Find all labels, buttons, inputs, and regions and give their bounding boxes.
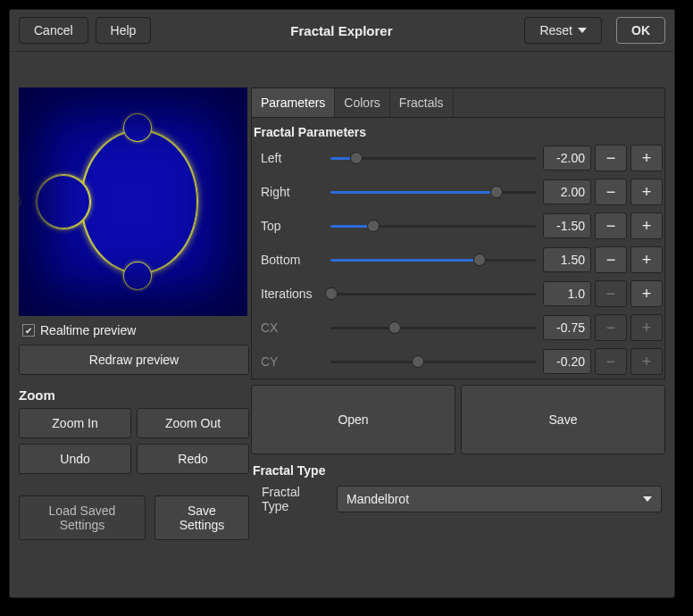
param-label-cx: CX <box>254 320 323 335</box>
param-decrement-cx: − <box>595 314 627 341</box>
open-preset-button[interactable]: Open <box>251 385 455 454</box>
fractal-preview[interactable] <box>19 87 247 316</box>
zoom-out-button[interactable]: Zoom Out <box>137 408 249 438</box>
param-label-top: Top <box>254 219 323 233</box>
param-increment-bottom[interactable]: + <box>630 246 663 273</box>
fractal-type-value: Mandelbrot <box>346 492 409 506</box>
param-decrement-top[interactable]: − <box>595 212 627 239</box>
param-decrement-cy: − <box>595 348 627 375</box>
titlebar: Cancel Help Fractal Explorer Reset OK <box>10 10 674 52</box>
param-slider-bottom[interactable] <box>327 251 539 269</box>
param-decrement-right[interactable]: − <box>595 179 627 205</box>
zoom-button-grid: Zoom In Zoom Out Undo Redo <box>19 408 249 474</box>
param-label-iterations: Iterations <box>254 287 323 301</box>
dialog-window: Cancel Help Fractal Explorer Reset OK ✔ … <box>9 9 675 598</box>
param-value-cy: -0.20 <box>543 349 591 374</box>
chevron-down-icon <box>578 28 587 33</box>
param-increment-cx: + <box>630 314 663 341</box>
param-increment-cy: + <box>630 348 663 375</box>
param-label-right: Right <box>254 185 323 199</box>
param-row-left: Left-2.00−+ <box>252 141 664 175</box>
param-row-iterations: Iterations1.0−+ <box>252 277 664 311</box>
fractal-type-row: Fractal Type Mandelbrot <box>251 479 665 522</box>
save-settings-button[interactable]: Save Settings <box>154 495 249 540</box>
fractal-type-label: Fractal Type <box>255 485 330 513</box>
param-slider-right[interactable] <box>327 183 539 201</box>
fractal-type-select[interactable]: Mandelbrot <box>337 486 662 512</box>
reset-dropdown[interactable]: Reset <box>524 17 602 44</box>
param-slider-cx <box>327 319 539 337</box>
redo-button[interactable]: Redo <box>137 444 249 474</box>
fractal-parameters-label: Fractal Parameters <box>252 120 664 141</box>
fractal-type-group-label: Fractal Type <box>251 454 665 479</box>
undo-button[interactable]: Undo <box>19 444 131 474</box>
reset-label: Reset <box>539 23 572 37</box>
tab-parameters[interactable]: Parameters <box>252 88 335 117</box>
param-row-top: Top-1.50−+ <box>252 209 664 243</box>
param-row-cx: CX-0.75−+ <box>252 311 664 345</box>
param-row-right: Right2.00−+ <box>252 175 664 209</box>
param-value-cx: -0.75 <box>543 315 591 340</box>
param-label-left: Left <box>254 151 323 165</box>
param-label-cy: CY <box>254 354 323 369</box>
param-increment-iterations[interactable]: + <box>630 280 663 307</box>
right-column: Parameters Colors Fractals Fractal Param… <box>251 87 665 540</box>
cancel-button[interactable]: Cancel <box>19 17 88 44</box>
param-decrement-iterations: − <box>595 280 627 307</box>
param-decrement-left[interactable]: − <box>595 145 627 171</box>
tab-fractals[interactable]: Fractals <box>390 88 454 117</box>
save-preset-button[interactable]: Save <box>461 385 665 454</box>
param-value-top[interactable]: -1.50 <box>543 213 591 238</box>
chevron-down-icon <box>643 496 652 502</box>
zoom-in-button[interactable]: Zoom In <box>19 408 131 438</box>
parameters-pane: Fractal Parameters Left-2.00−+Right2.00−… <box>251 118 665 379</box>
realtime-preview-label: Realtime preview <box>40 323 136 337</box>
content-area: ✔ Realtime preview Redraw preview Zoom Z… <box>10 52 674 549</box>
param-slider-iterations[interactable] <box>327 285 539 303</box>
ok-button[interactable]: OK <box>616 17 665 44</box>
check-icon: ✔ <box>22 324 35 337</box>
tabbar: Parameters Colors Fractals <box>251 87 665 118</box>
preset-buttons: Open Save <box>251 385 665 454</box>
param-increment-left[interactable]: + <box>630 145 663 171</box>
dialog-title: Fractal Explorer <box>158 23 524 38</box>
param-value-left[interactable]: -2.00 <box>543 146 591 171</box>
param-slider-top[interactable] <box>327 217 539 235</box>
param-slider-left[interactable] <box>327 149 539 167</box>
param-slider-cy <box>327 353 539 370</box>
param-value-bottom[interactable]: 1.50 <box>543 247 591 272</box>
help-button[interactable]: Help <box>96 17 152 44</box>
zoom-section-label: Zoom <box>19 387 249 403</box>
param-row-bottom: Bottom1.50−+ <box>252 243 664 277</box>
tab-colors[interactable]: Colors <box>335 88 389 117</box>
param-row-cy: CY-0.20−+ <box>252 345 664 379</box>
left-column: ✔ Realtime preview Redraw preview Zoom Z… <box>19 87 249 540</box>
param-value-right[interactable]: 2.00 <box>543 179 591 204</box>
param-increment-top[interactable]: + <box>630 212 663 239</box>
param-increment-right[interactable]: + <box>630 179 663 205</box>
redraw-preview-button[interactable]: Redraw preview <box>19 345 249 375</box>
param-decrement-bottom[interactable]: − <box>595 246 627 273</box>
param-label-bottom: Bottom <box>254 253 323 267</box>
param-value-iterations[interactable]: 1.0 <box>543 281 591 306</box>
footer-buttons: Load Saved Settings Save Settings <box>19 474 249 540</box>
load-saved-settings-button[interactable]: Load Saved Settings <box>19 495 146 540</box>
realtime-preview-checkbox[interactable]: ✔ Realtime preview <box>19 316 249 345</box>
